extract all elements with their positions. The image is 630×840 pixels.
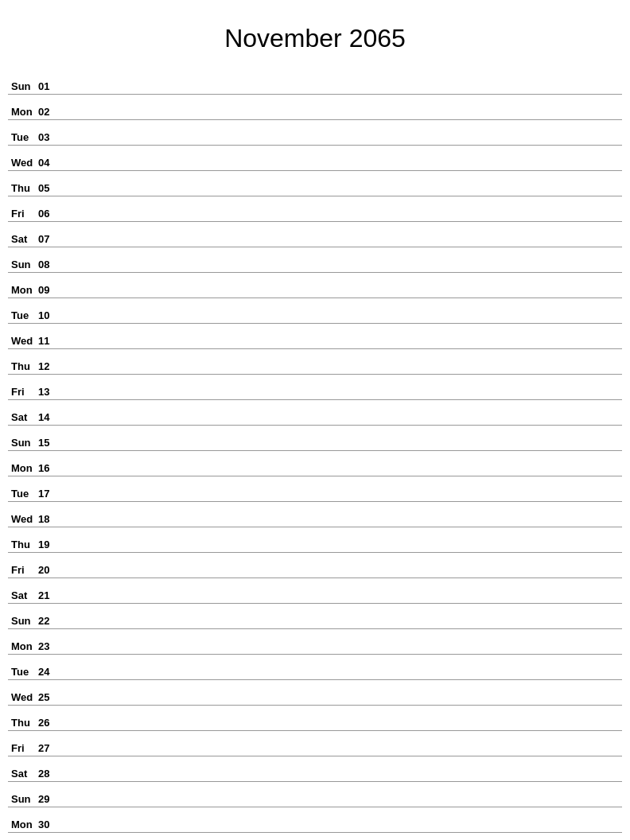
date-number: 30 <box>38 819 60 830</box>
day-label: Thu <box>8 539 38 550</box>
calendar-row: Thu26 <box>8 706 622 731</box>
calendar-row: Sat07 <box>8 222 622 247</box>
day-label: Sun <box>8 259 38 270</box>
day-label: Tue <box>8 309 38 321</box>
calendar-row: Tue17 <box>8 476 622 502</box>
day-label: Fri <box>8 564 38 576</box>
date-number: 28 <box>38 768 60 780</box>
calendar-row: Fri27 <box>8 731 622 756</box>
date-number: 04 <box>38 157 60 169</box>
calendar-row: Mon02 <box>8 95 622 120</box>
day-label: Thu <box>8 717 38 729</box>
calendar-row: Wed25 <box>8 680 622 706</box>
calendar-row: Wed04 <box>8 146 622 171</box>
calendar-row: Fri13 <box>8 375 622 400</box>
day-label: Sat <box>8 233 38 245</box>
date-number: 08 <box>38 259 60 270</box>
calendar-row: Thu05 <box>8 171 622 196</box>
calendar-row: Sat21 <box>8 578 622 604</box>
date-number: 13 <box>38 386 60 398</box>
calendar-row: Fri06 <box>8 196 622 222</box>
day-label: Fri <box>8 208 38 220</box>
date-number: 17 <box>38 488 60 500</box>
calendar-row: Mon23 <box>8 629 622 655</box>
day-label: Mon <box>8 819 38 830</box>
day-label: Tue <box>8 488 38 500</box>
date-number: 03 <box>38 131 60 143</box>
day-label: Wed <box>8 513 38 525</box>
calendar-row: Tue03 <box>8 120 622 146</box>
date-number: 05 <box>38 182 60 194</box>
calendar-row: Fri20 <box>8 553 622 578</box>
calendar-row: Sun22 <box>8 604 622 629</box>
calendar-row: Mon09 <box>8 273 622 298</box>
date-number: 01 <box>38 80 60 92</box>
date-number: 15 <box>38 437 60 449</box>
day-label: Mon <box>8 640 38 652</box>
date-number: 26 <box>38 717 60 729</box>
calendar-row: Mon30 <box>8 807 622 833</box>
calendar-container: Sun01Mon02Tue03Wed04Thu05Fri06Sat07Sun08… <box>8 69 622 833</box>
date-number: 25 <box>38 691 60 703</box>
date-number: 20 <box>38 564 60 576</box>
date-number: 14 <box>38 411 60 423</box>
date-number: 24 <box>38 666 60 678</box>
calendar-row: Mon16 <box>8 451 622 476</box>
date-number: 02 <box>38 106 60 118</box>
day-label: Tue <box>8 666 38 678</box>
calendar-row: Sat14 <box>8 400 622 426</box>
calendar-row: Tue24 <box>8 655 622 680</box>
day-label: Wed <box>8 335 38 347</box>
day-label: Sat <box>8 589 38 601</box>
day-label: Sun <box>8 793 38 805</box>
day-label: Mon <box>8 462 38 474</box>
calendar-row: Tue10 <box>8 298 622 324</box>
calendar-row: Thu19 <box>8 527 622 553</box>
date-number: 16 <box>38 462 60 474</box>
calendar-row: Sun08 <box>8 247 622 273</box>
day-label: Sun <box>8 80 38 92</box>
day-label: Mon <box>8 284 38 296</box>
date-number: 19 <box>38 539 60 550</box>
calendar-row: Sat28 <box>8 756 622 782</box>
date-number: 21 <box>38 589 60 601</box>
calendar-row: Sun15 <box>8 426 622 451</box>
day-label: Sat <box>8 768 38 780</box>
day-label: Wed <box>8 691 38 703</box>
date-number: 11 <box>38 335 60 347</box>
date-number: 12 <box>38 360 60 372</box>
calendar-row: Sun29 <box>8 782 622 807</box>
date-number: 18 <box>38 513 60 525</box>
day-label: Thu <box>8 360 38 372</box>
day-label: Mon <box>8 106 38 118</box>
day-label: Sun <box>8 437 38 449</box>
date-number: 07 <box>38 233 60 245</box>
date-number: 10 <box>38 309 60 321</box>
calendar-row: Wed18 <box>8 502 622 527</box>
day-label: Thu <box>8 182 38 194</box>
day-label: Wed <box>8 157 38 169</box>
date-number: 06 <box>38 208 60 220</box>
calendar-row: Wed11 <box>8 324 622 349</box>
calendar-row: Thu12 <box>8 349 622 375</box>
day-label: Sat <box>8 411 38 423</box>
date-number: 23 <box>38 640 60 652</box>
calendar-row: Sun01 <box>8 69 622 95</box>
day-label: Fri <box>8 386 38 398</box>
day-label: Sun <box>8 615 38 627</box>
date-number: 27 <box>38 742 60 754</box>
day-label: Tue <box>8 131 38 143</box>
date-number: 29 <box>38 793 60 805</box>
date-number: 22 <box>38 615 60 627</box>
page-title: November 2065 <box>8 16 622 53</box>
day-label: Fri <box>8 742 38 754</box>
date-number: 09 <box>38 284 60 296</box>
